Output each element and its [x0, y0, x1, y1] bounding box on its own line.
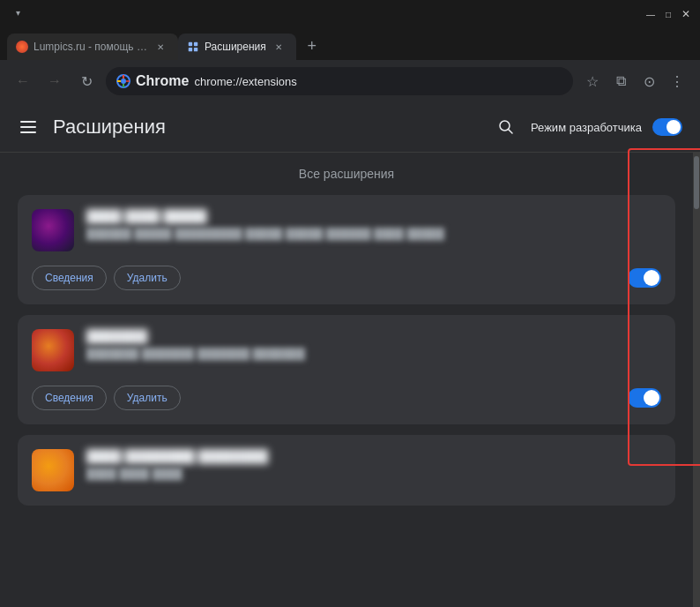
extension-card-2-content: ███████ ███████ ███████ ███████ ███████	[32, 329, 661, 371]
forward-button[interactable]: →	[42, 69, 67, 94]
menu-icon[interactable]: ⋮	[665, 69, 689, 94]
url-text: chrome://extensions	[194, 75, 562, 88]
extension-icon-1	[32, 209, 74, 251]
tab-bar: Lumpics.ru - помощь с компьют... ✕ Расши…	[0, 28, 700, 60]
extension-name-2: ███████	[86, 329, 661, 343]
extension-info-1: ████ ████ █████ ██████ █████ █████████ █…	[86, 209, 661, 251]
extension-card-2-buttons: Сведения Удалить	[32, 386, 181, 410]
header-right: Режим разработчика	[492, 113, 682, 141]
scrollbar-track[interactable]	[693, 153, 700, 607]
svg-rect-3	[194, 48, 197, 51]
back-button[interactable]: ←	[11, 69, 35, 94]
new-tab-button[interactable]: +	[300, 34, 324, 58]
hamburger-line-1	[20, 121, 36, 123]
extensions-title: Расширения	[53, 116, 481, 139]
extension-icon-3	[32, 449, 74, 491]
svg-rect-2	[189, 48, 192, 51]
extension-desc-2: ███████ ███████ ███████ ███████	[86, 347, 661, 362]
tab-close-lumpics[interactable]: ✕	[153, 40, 168, 54]
maximize-button[interactable]: □	[661, 7, 675, 21]
hamburger-icon	[20, 121, 36, 133]
tab-dropdown-btn[interactable]: ▾	[7, 2, 28, 23]
profile-icon[interactable]: ⊙	[637, 69, 661, 94]
extension-card-2: ███████ ███████ ███████ ███████ ███████ …	[18, 315, 675, 424]
extension-card-1-footer: Сведения Удалить	[32, 266, 661, 290]
hamburger-line-3	[20, 131, 36, 133]
window-titlebar: ▾ — □ ✕	[0, 0, 700, 28]
dev-mode-toggle[interactable]	[652, 118, 682, 136]
tab-extensions[interactable]: Расширения ✕	[178, 34, 296, 60]
extensions-header: Расширения Режим разработчика	[0, 102, 700, 153]
tab-lumpics[interactable]: Lumpics.ru - помощь с компьют... ✕	[7, 34, 178, 60]
address-bar: ← → ↻ Chrome chrome://extensions ☆ ⧉ ⊙ ⋮	[0, 60, 700, 102]
tab-close-extensions[interactable]: ✕	[272, 40, 286, 54]
dev-mode-label: Режим разработчика	[531, 121, 642, 134]
extensions-body: Все расширения ████ ████ █████ ██████ ██…	[0, 153, 693, 607]
tab-label-extensions: Расширения	[205, 41, 266, 53]
extension-card-1: ████ ████ █████ ██████ █████ █████████ █…	[18, 195, 675, 304]
minimize-button[interactable]: —	[644, 7, 658, 21]
extension-2-toggle[interactable]	[628, 388, 661, 408]
extensions-toolbar-icon[interactable]: ⧉	[608, 69, 633, 94]
tab-label-lumpics: Lumpics.ru - помощь с компьют...	[34, 41, 148, 53]
hamburger-menu-button[interactable]	[14, 113, 42, 141]
extension-name-1: ████ ████ █████	[86, 209, 661, 223]
svg-point-5	[121, 79, 126, 84]
extensions-page: Расширения Режим разработчика Все расшир…	[0, 102, 700, 607]
extension-icon-2	[32, 329, 74, 371]
extension-name-3: ████ ████████ ████████	[86, 449, 661, 463]
search-button[interactable]	[492, 113, 520, 141]
tab-favicon-extensions	[187, 41, 199, 53]
extension-card-3-content: ████ ████████ ████████ ████ ████ ████	[32, 449, 661, 491]
hamburger-line-2	[20, 126, 36, 128]
extension-2-details-button[interactable]: Сведения	[32, 386, 107, 410]
svg-rect-1	[194, 42, 197, 46]
extension-card-3: ████ ████████ ████████ ████ ████ ████	[18, 435, 675, 506]
window-controls: — □ ✕	[644, 7, 693, 21]
extension-card-1-content: ████ ████ █████ ██████ █████ █████████ █…	[32, 209, 661, 251]
refresh-button[interactable]: ↻	[74, 69, 99, 94]
bookmark-icon[interactable]: ☆	[580, 69, 605, 94]
extension-1-toggle[interactable]	[628, 268, 661, 288]
section-title: Все расширения	[18, 167, 675, 181]
url-bar[interactable]: Chrome chrome://extensions	[106, 67, 573, 95]
toolbar-icons: ☆ ⧉ ⊙ ⋮	[580, 69, 689, 94]
extension-1-toggle-knob	[644, 270, 659, 286]
extension-card-1-buttons: Сведения Удалить	[32, 266, 181, 290]
dev-mode-toggle-knob	[666, 120, 681, 134]
extension-info-3: ████ ████████ ████████ ████ ████ ████	[86, 449, 661, 491]
svg-line-7	[508, 130, 512, 134]
tab-favicon-lumpics	[16, 41, 28, 53]
extensions-body-wrapper: Все расширения ████ ████ █████ ██████ ██…	[0, 153, 700, 607]
extension-2-remove-button[interactable]: Удалить	[114, 386, 181, 410]
extension-desc-1: ██████ █████ █████████ █████ █████ █████…	[86, 227, 661, 242]
extension-info-2: ███████ ███████ ███████ ███████ ███████	[86, 329, 661, 371]
chrome-logo-icon	[116, 74, 130, 88]
extension-1-remove-button[interactable]: Удалить	[114, 266, 181, 290]
url-brand-text: Chrome	[136, 73, 189, 89]
extension-desc-3: ████ ████ ████	[86, 467, 661, 482]
svg-rect-0	[189, 42, 192, 46]
extension-card-2-footer: Сведения Удалить	[32, 386, 661, 410]
extension-1-details-button[interactable]: Сведения	[32, 266, 107, 290]
scrollbar-thumb[interactable]	[694, 156, 699, 209]
extension-2-toggle-knob	[644, 390, 659, 406]
close-button[interactable]: ✕	[679, 7, 693, 21]
